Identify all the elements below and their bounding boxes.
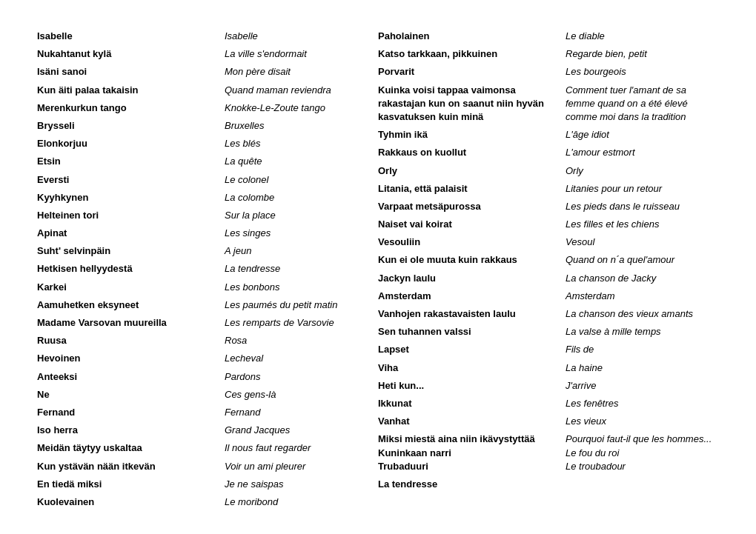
french-title: La tendresse	[225, 262, 378, 276]
finnish-title: Iso herra	[37, 424, 225, 437]
list-item: IsabelleIsabelle	[37, 30, 378, 43]
left-column: IsabelleIsabelleNukahtanut kyläLa ville …	[37, 30, 378, 513]
finnish-title: Madame Varsovan muureilla	[37, 316, 225, 330]
list-item: PorvaritLes bourgeois	[378, 65, 719, 79]
list-item: Rakkaus on kuollutL'amour estmort	[378, 146, 719, 159]
list-item: Naiset vai koiratLes filles et les chien…	[378, 218, 719, 231]
french-title: Grand Jacques	[225, 424, 378, 437]
list-item: Hetkisen hellyydestäLa tendresse	[37, 262, 378, 276]
list-item: Kun ei ole muuta kuin rakkausQuand on n´…	[378, 253, 719, 267]
list-item: Litania, että palaisitLitanies pour un r…	[378, 182, 719, 196]
french-title: La colombe	[225, 191, 378, 204]
french-title: Quand maman reviendra	[225, 84, 378, 97]
finnish-title: Eversti	[37, 173, 225, 187]
french-title: L'amour estmort	[566, 146, 719, 159]
list-item: Nukahtanut kyläLa ville s'endormait	[37, 47, 378, 61]
list-item: VihaLa haine	[378, 361, 719, 375]
finnish-title: Kun ystävän nään itkevän	[37, 460, 225, 473]
french-title: Orly	[566, 164, 719, 178]
french-title: La quête	[225, 155, 378, 168]
list-item: EtsinLa quête	[37, 155, 378, 168]
list-item: KarkeiLes bonbons	[37, 281, 378, 294]
finnish-title: Kyyhkynen	[37, 191, 225, 204]
french-title: La valse à mille temps	[566, 325, 719, 338]
french-title: Le colonel	[225, 173, 378, 187]
list-item: Aamuhetken eksyneetLes paumés du petit m…	[37, 298, 378, 312]
list-item: AmsterdamAmsterdam	[378, 290, 719, 303]
french-title: L'âge idiot	[566, 128, 719, 141]
finnish-title: Ne	[37, 388, 225, 401]
french-title: Vesoul	[566, 236, 719, 249]
french-title: Bruxelles	[225, 119, 378, 133]
french-title: Amsterdam	[566, 290, 719, 303]
list-item: Madame Varsovan muureillaLes remparts de…	[37, 316, 378, 330]
finnish-title: Sen tuhannen valssi	[378, 325, 566, 338]
finnish-title: La tendresse	[378, 478, 566, 491]
french-title: Les singes	[225, 227, 378, 240]
finnish-title: Isäni sanoi	[37, 65, 225, 79]
finnish-title: Kuinka voisi tappaa vaimonsarakastajan k…	[378, 84, 566, 124]
finnish-title: Ikkunat	[378, 397, 566, 410]
list-item: ApinatLes singes	[37, 227, 378, 240]
list-item: Sen tuhannen valssiLa valse à mille temp…	[378, 325, 719, 338]
list-item: NeCes gens-là	[37, 388, 378, 401]
french-title: Fernand	[225, 406, 378, 419]
finnish-title: Meidän täytyy uskaltaa	[37, 441, 225, 455]
list-item: AnteeksiPardons	[37, 370, 378, 384]
finnish-title: Etsin	[37, 155, 225, 168]
french-title: Litanies pour un retour	[566, 182, 719, 196]
finnish-title: Varpaat metsäpurossa	[378, 200, 566, 213]
french-title: Voir un ami pleurer	[225, 460, 378, 473]
list-item: Kuinka voisi tappaa vaimonsarakastajan k…	[378, 84, 719, 124]
list-item: Miksi miestä aina niin ikävystyttääKunin…	[378, 433, 719, 473]
main-content: IsabelleIsabelleNukahtanut kyläLa ville …	[37, 30, 719, 513]
french-title: Les remparts de Varsovie	[225, 316, 378, 330]
french-title: La ville s'endormait	[225, 47, 378, 61]
french-title: La chanson de Jacky	[566, 272, 719, 285]
french-title: Knokke-Le-Zoute tango	[225, 101, 378, 115]
french-title: Les filles et les chiens	[566, 218, 719, 231]
list-item: Vanhojen rakastavaisten lauluLa chanson …	[378, 307, 719, 321]
french-title: Les vieux	[566, 415, 719, 428]
list-item: ElonkorjuuLes blés	[37, 137, 378, 150]
list-item: Tyhmin ikäL'âge idiot	[378, 128, 719, 141]
french-title: Regarde bien, petit	[566, 47, 719, 61]
french-title: J'arrive	[566, 379, 719, 393]
finnish-title: Kun ei ole muuta kuin rakkaus	[378, 253, 566, 267]
french-title: Quand on n´a quel'amour	[566, 253, 719, 267]
french-title: Les pieds dans le ruisseau	[566, 200, 719, 213]
list-item: Katso tarkkaan, pikkuinenRegarde bien, p…	[378, 47, 719, 61]
french-title: Pourquoi faut-il que les hommes...Le fou…	[566, 433, 719, 473]
finnish-title: Rakkaus on kuollut	[378, 146, 566, 159]
list-item: IkkunatLes fenêtres	[378, 397, 719, 410]
finnish-title: Porvarit	[378, 65, 566, 79]
french-title: A jeun	[225, 244, 378, 258]
list-item: HevoinenLecheval	[37, 352, 378, 365]
list-item: LapsetFils de	[378, 343, 719, 356]
finnish-title: Naiset vai koirat	[378, 218, 566, 231]
list-item: Suht' selvinpäinA jeun	[37, 244, 378, 258]
french-title: Comment tuer l'amant de safemme quand on…	[566, 84, 719, 124]
finnish-title: Karkei	[37, 281, 225, 294]
finnish-title: Lapset	[378, 343, 566, 356]
list-item: Meidän täytyy uskaltaaIl nous faut regar…	[37, 441, 378, 455]
finnish-title: Viha	[378, 361, 566, 375]
list-item: Kun äiti palaa takaisinQuand maman revie…	[37, 84, 378, 97]
finnish-title: Vanhojen rakastavaisten laulu	[378, 307, 566, 321]
french-title: Sur la place	[225, 209, 378, 222]
finnish-title: Helteinen tori	[37, 209, 225, 222]
french-title: Isabelle	[225, 30, 378, 43]
french-title: Les bonbons	[225, 281, 378, 294]
list-item: Varpaat metsäpurossaLes pieds dans le ru…	[378, 200, 719, 213]
french-title: Je ne saispas	[225, 478, 378, 491]
list-item: VesouliinVesoul	[378, 236, 719, 249]
list-item: KuolevainenLe moribond	[37, 495, 378, 509]
french-title: Les blés	[225, 137, 378, 150]
list-item: VanhatLes vieux	[378, 415, 719, 428]
finnish-title: Fernand	[37, 406, 225, 419]
finnish-title: Hevoinen	[37, 352, 225, 365]
list-item: Isäni sanoiMon père disait	[37, 65, 378, 79]
french-title: Les paumés du petit matin	[225, 298, 378, 312]
finnish-title: Isabelle	[37, 30, 225, 43]
french-title: Le diable	[566, 30, 719, 43]
